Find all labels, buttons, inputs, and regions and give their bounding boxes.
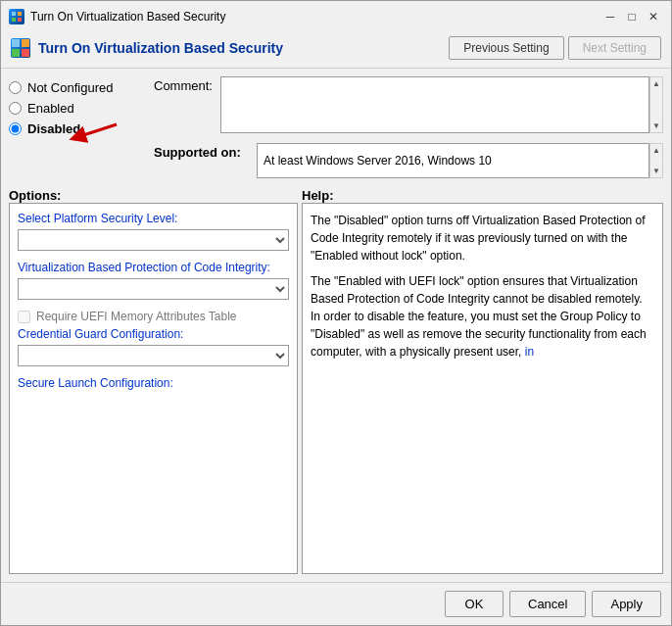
svg-rect-6 bbox=[12, 49, 20, 57]
help-blue-text: in bbox=[525, 345, 534, 359]
credential-guard-group: Credential Guard Configuration: bbox=[18, 327, 289, 366]
help-section-label: Help: bbox=[302, 188, 334, 203]
comment-area: Comment: ▲ ▼ bbox=[154, 76, 663, 133]
svg-rect-7 bbox=[22, 49, 29, 57]
comment-scrollbar: ▲ ▼ bbox=[649, 76, 663, 133]
supported-scroll-down[interactable]: ▼ bbox=[652, 167, 660, 175]
comment-field-area: ▲ ▼ bbox=[220, 76, 663, 133]
bottom-bar: OK Cancel Apply bbox=[1, 582, 671, 625]
minimize-button[interactable]: ─ bbox=[600, 7, 620, 26]
credential-guard-label: Credential Guard Configuration: bbox=[18, 327, 289, 341]
apply-button[interactable]: Apply bbox=[592, 591, 661, 617]
title-bar: Turn On Virtualization Based Security ─ … bbox=[1, 1, 671, 30]
ok-button[interactable]: OK bbox=[445, 591, 504, 617]
window-title: Turn On Virtualization Based Security bbox=[30, 10, 225, 24]
svg-rect-0 bbox=[12, 12, 16, 16]
top-section: Not Configured Enabled Disabled bbox=[9, 76, 663, 178]
svg-rect-3 bbox=[18, 18, 22, 22]
previous-setting-button[interactable]: Previous Setting bbox=[449, 36, 563, 60]
vbs-dropdown[interactable] bbox=[18, 278, 289, 300]
not-configured-radio[interactable]: Not Configured bbox=[9, 80, 146, 95]
uefi-checkbox-group: Require UEFI Memory Attributes Table bbox=[18, 310, 289, 323]
next-setting-button[interactable]: Next Setting bbox=[568, 36, 661, 60]
help-paragraph-2: The "Enabled with UEFI lock" option ensu… bbox=[311, 272, 654, 361]
enabled-radio[interactable]: Enabled bbox=[9, 101, 146, 116]
platform-security-label: Select Platform Security Level: bbox=[18, 212, 289, 225]
title-controls: ─ □ ✕ bbox=[600, 7, 663, 26]
vbs-group: Virtualization Based Protection of Code … bbox=[18, 261, 289, 300]
supported-value: At least Windows Server 2016, Windows 10 bbox=[257, 143, 649, 178]
top-right-area: Comment: ▲ ▼ Supported on: At least Wind… bbox=[154, 76, 663, 178]
arrow-indicator bbox=[63, 120, 121, 147]
scroll-up-arrow[interactable]: ▲ bbox=[652, 79, 660, 88]
svg-rect-5 bbox=[22, 39, 29, 47]
svg-rect-1 bbox=[18, 12, 22, 16]
enabled-label: Enabled bbox=[27, 101, 74, 116]
header-icon bbox=[11, 38, 30, 58]
supported-on-label: Supported on: bbox=[154, 143, 257, 160]
svg-rect-4 bbox=[12, 39, 20, 47]
not-configured-label: Not Configured bbox=[27, 80, 113, 95]
scroll-down-arrow[interactable]: ▼ bbox=[652, 121, 660, 130]
bottom-section: Select Platform Security Level: Virtuali… bbox=[9, 203, 663, 574]
credential-guard-dropdown[interactable] bbox=[18, 345, 289, 366]
platform-security-dropdown[interactable] bbox=[18, 229, 289, 251]
secure-launch-label: Secure Launch Configuration: bbox=[18, 376, 289, 390]
supported-scrollbar: ▲ ▼ bbox=[649, 143, 663, 178]
uefi-checkbox-label: Require UEFI Memory Attributes Table bbox=[36, 310, 237, 323]
options-section-label: Options: bbox=[9, 188, 298, 203]
radio-group: Not Configured Enabled Disabled bbox=[9, 76, 146, 178]
header-title: Turn On Virtualization Based Security bbox=[38, 40, 283, 56]
comment-input[interactable] bbox=[220, 76, 649, 133]
help-panel: The "Disabled" option turns off Virtuali… bbox=[302, 203, 663, 574]
vbs-label: Virtualization Based Protection of Code … bbox=[18, 261, 289, 274]
svg-rect-2 bbox=[12, 18, 16, 22]
help-text: The "Disabled" option turns off Virtuali… bbox=[311, 212, 654, 361]
window-icon bbox=[9, 9, 24, 24]
uefi-checkbox[interactable] bbox=[18, 311, 30, 323]
main-content: Not Configured Enabled Disabled bbox=[1, 69, 671, 582]
section-labels-row: Options: Help: bbox=[9, 188, 663, 203]
svg-line-9 bbox=[77, 124, 117, 137]
disabled-radio[interactable]: Disabled bbox=[9, 121, 146, 136]
header-title-row: Turn On Virtualization Based Security bbox=[11, 38, 283, 58]
comment-label: Comment: bbox=[154, 76, 213, 93]
options-panel: Select Platform Security Level: Virtuali… bbox=[9, 203, 298, 574]
maximize-button[interactable]: □ bbox=[622, 7, 642, 26]
header-bar: Turn On Virtualization Based Security Pr… bbox=[1, 30, 671, 69]
platform-security-group: Select Platform Security Level: bbox=[18, 212, 289, 251]
secure-launch-group: Secure Launch Configuration: bbox=[18, 376, 289, 394]
supported-section: Supported on: At least Windows Server 20… bbox=[154, 143, 663, 178]
close-button[interactable]: ✕ bbox=[644, 7, 663, 26]
main-window: Turn On Virtualization Based Security ─ … bbox=[0, 0, 672, 626]
supported-value-area: At least Windows Server 2016, Windows 10… bbox=[257, 143, 663, 178]
title-bar-left: Turn On Virtualization Based Security bbox=[9, 9, 225, 24]
cancel-button[interactable]: Cancel bbox=[509, 591, 586, 617]
help-paragraph-1: The "Disabled" option turns off Virtuali… bbox=[311, 212, 654, 265]
nav-buttons: Previous Setting Next Setting bbox=[449, 36, 661, 60]
supported-scroll-up[interactable]: ▲ bbox=[652, 146, 660, 155]
